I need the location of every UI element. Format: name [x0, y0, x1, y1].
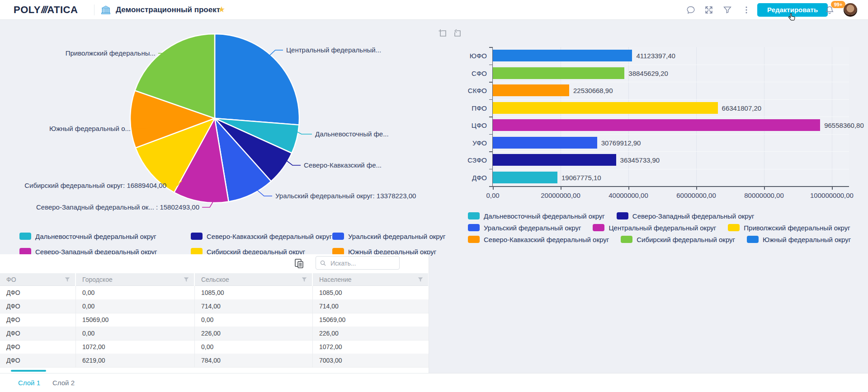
- search-input[interactable]: [330, 257, 398, 270]
- pie-slice-label: Приволжский федеральны...: [66, 50, 156, 57]
- x-axis-tick: [561, 187, 561, 190]
- bar-СКФО[interactable]: [493, 84, 569, 96]
- table-row[interactable]: ДФО6219,00784,007003,00: [0, 354, 429, 367]
- filter-funnel-icon[interactable]: [183, 276, 189, 283]
- x-axis-tick-label: 40000000,00: [592, 191, 665, 199]
- column-header-label: Сельское: [201, 276, 229, 283]
- table-row[interactable]: ДФО0,00226,00226,00: [0, 327, 429, 340]
- table-cell: 15069,00: [76, 313, 195, 327]
- column-header-3[interactable]: Сельское: [195, 273, 313, 286]
- project-title: Демонстрационный проект: [116, 5, 220, 14]
- x-axis-tick: [764, 187, 765, 190]
- table-search: [316, 256, 400, 270]
- polymatica-logo[interactable]: POLY///ATICA: [14, 4, 78, 16]
- pie-slice-label: Уральский федеральный округ: 13378223,00: [275, 192, 416, 200]
- table-cell: 15069,00: [313, 313, 429, 327]
- bar-legend-item[interactable]: Дальневосточный федеральный округ: [468, 212, 605, 220]
- pie-legend-item[interactable]: Уральский федеральный округ: [332, 233, 445, 240]
- bar-legend-row: Уральский федеральный округЦентральный ф…: [468, 222, 851, 233]
- legend-label: Уральский федеральный округ: [348, 233, 445, 240]
- bar-legend-item[interactable]: Северо-Кавказский федеральный округ: [468, 236, 609, 243]
- tab-слой-2[interactable]: Слой 2: [52, 373, 75, 392]
- y-axis-category-label: СФО: [433, 70, 487, 77]
- legend-label: Дальневосточный федеральный округ: [35, 233, 156, 240]
- table-header-row: ФОГородскоеСельскоеНаселение: [0, 273, 429, 286]
- legend-swatch-icon: [468, 236, 480, 243]
- bar-ПФО[interactable]: [493, 102, 718, 114]
- table-cell: 714,00: [313, 299, 429, 313]
- top-bar: POLY///ATICA Демонстрационный проект ★ Р…: [0, 0, 868, 20]
- gridline-horizontal: [493, 134, 849, 135]
- bar-plot-area[interactable]: [493, 47, 849, 186]
- y-axis-tick: [489, 186, 492, 187]
- y-axis-category-label: ЦФО: [433, 121, 487, 129]
- table-cell: 714,00: [195, 299, 313, 313]
- bar-ДФО[interactable]: [493, 172, 557, 183]
- bar-chart-panel: 0,0020000000,0040000000,0060000000,00800…: [432, 20, 868, 257]
- pie-slice-label: Центральный федеральный...: [286, 47, 381, 54]
- reset-zoom-icon[interactable]: [452, 28, 463, 39]
- divider: [94, 5, 94, 15]
- filter-funnel-icon[interactable]: [64, 276, 71, 283]
- filter-funnel-icon[interactable]: [417, 276, 424, 283]
- x-axis-tick-label: 0,00: [457, 191, 529, 199]
- bar-СФО[interactable]: [493, 67, 624, 79]
- table-row[interactable]: ДФО1072,000,001072,00: [0, 340, 429, 354]
- y-axis-tick: [489, 134, 492, 135]
- bar-legend-item[interactable]: Южный федеральный округ: [747, 236, 851, 243]
- y-axis-category-label: ДФО: [433, 174, 487, 182]
- copy-table-icon[interactable]: [293, 257, 306, 270]
- bar-УФО[interactable]: [493, 137, 597, 149]
- x-axis-tick-label: 60000000,00: [660, 191, 732, 199]
- gridline-horizontal: [493, 151, 849, 152]
- column-header-1[interactable]: ФО: [0, 273, 76, 286]
- comments-icon[interactable]: [686, 5, 696, 15]
- bar-legend-item[interactable]: Приволжский федеральный округ: [728, 224, 850, 232]
- pie-legend-item[interactable]: Дальневосточный федеральный округ: [19, 233, 191, 240]
- bar-legend-item[interactable]: Северо-Западный федеральный округ: [617, 212, 755, 220]
- x-axis-tick-label: 100000000,00: [796, 191, 868, 199]
- bar-value-label: 36345733,90: [620, 156, 660, 164]
- bar-legend-item[interactable]: Центральный федеральный округ: [593, 224, 716, 232]
- bar-legend-item[interactable]: Сибирский федеральный округ: [621, 236, 735, 243]
- tab-слой-1[interactable]: Слой 1: [18, 373, 40, 392]
- bar-legend-row: Дальневосточный федеральный округСеверо-…: [468, 210, 851, 222]
- table-cell: 0,00: [76, 299, 195, 313]
- table-row[interactable]: ДФО15069,000,0015069,00: [0, 313, 429, 327]
- table-horizontal-scrollbar[interactable]: [11, 370, 46, 372]
- y-axis-category-label: ЮФО: [433, 52, 487, 60]
- search-icon: [320, 260, 326, 266]
- fullscreen-icon[interactable]: [704, 5, 714, 15]
- y-axis-category-label: УФО: [433, 139, 487, 147]
- table-cell: ДФО: [0, 299, 76, 313]
- user-avatar[interactable]: [844, 3, 857, 17]
- favorite-star-icon[interactable]: ★: [218, 5, 225, 14]
- y-axis-tick: [489, 151, 492, 152]
- column-header-4[interactable]: Население: [313, 273, 429, 286]
- pie-legend-item[interactable]: Северо-Кавказский федеральный округ: [191, 233, 332, 240]
- legend-swatch-icon: [19, 233, 31, 240]
- table-cell: ДФО: [0, 286, 76, 299]
- y-axis-tick: [489, 82, 492, 83]
- more-menu-icon[interactable]: [741, 5, 751, 15]
- table-row[interactable]: ДФО0,00714,00714,00: [0, 299, 429, 313]
- y-axis-tick: [489, 99, 492, 100]
- legend-swatch-icon: [191, 233, 203, 240]
- project-bank-icon: [100, 5, 111, 15]
- bar-СЗФО[interactable]: [493, 154, 616, 166]
- pie-legend-row: Дальневосточный федеральный округСеверо-…: [19, 229, 445, 244]
- filter-icon[interactable]: [722, 5, 732, 15]
- filter-funnel-icon[interactable]: [301, 276, 307, 283]
- legend-label: Северо-Кавказский федеральный округ: [484, 236, 609, 243]
- bar-ЦФО[interactable]: [493, 119, 820, 131]
- legend-label: Северо-Кавказский федеральный округ: [207, 233, 332, 240]
- row-divider: [0, 367, 429, 368]
- table-cell: 0,00: [195, 313, 313, 327]
- table-row[interactable]: ДФО0,001085,001085,00: [0, 286, 429, 299]
- bar-ЮФО[interactable]: [493, 50, 632, 61]
- table-cell: ДФО: [0, 340, 76, 354]
- bar-legend-item[interactable]: Уральский федеральный округ: [468, 224, 581, 232]
- gridline-horizontal: [493, 65, 849, 65]
- zoom-selection-icon[interactable]: [438, 28, 448, 39]
- column-header-2[interactable]: Городское: [76, 273, 195, 286]
